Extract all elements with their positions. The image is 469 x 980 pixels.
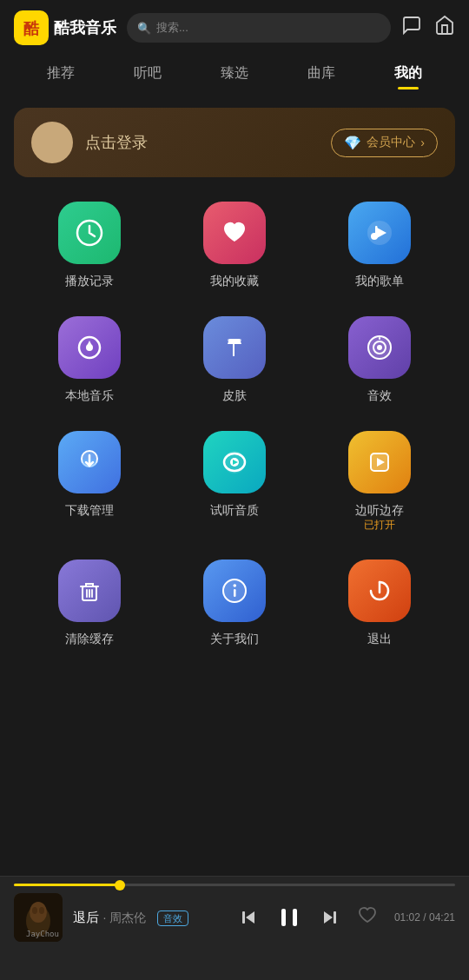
player-main: JayChou 退后 · 周杰伦 音效 [0,886,469,949]
save-while-listen-icon [348,431,411,493]
tab-recommend[interactable]: 推荐 [17,64,104,86]
play-history-label: 播放记录 [65,273,114,288]
app-logo-text: 酷我音乐 [54,17,116,38]
album-art-image: JayChou [14,893,63,942]
message-icon[interactable] [401,15,422,41]
menu-item-download[interactable]: 下载管理 [17,420,162,542]
time-display: 01:02 / 04:21 [394,911,455,924]
vip-arrow: › [420,136,425,149]
svg-rect-5 [375,226,378,236]
sound-effects-icon [348,316,411,379]
menu-item-sound-effects[interactable]: 音效 [307,306,452,414]
svg-rect-25 [234,589,236,597]
menu-item-save-while-listen[interactable]: 边听边存已打开 [307,420,452,542]
song-title: 退后 [73,910,99,924]
svg-point-30 [30,902,47,923]
svg-text:酷: 酷 [23,20,40,37]
progress-track[interactable] [14,884,455,886]
local-music-label: 本地音乐 [65,387,114,403]
svg-point-26 [233,584,236,587]
next-button[interactable] [320,907,340,928]
header: 酷 酷我音乐 🔍 搜索... [0,0,469,56]
tab-library[interactable]: 曲库 [278,64,365,86]
quality-label: 试听音质 [210,502,259,518]
sound-effects-label: 音效 [367,387,392,403]
search-icon: 🔍 [137,22,151,35]
menu-item-play-history[interactable]: 播放记录 [17,191,162,299]
menu-item-local-music[interactable]: 本地音乐 [17,306,162,414]
my-favorites-icon [203,202,266,264]
menu-item-clear-cache[interactable]: 清除缓存 [17,549,162,657]
svg-rect-36 [281,909,286,926]
diamond-icon: 💎 [344,135,361,151]
login-left: 点击登录 [31,122,148,163]
effect-badge[interactable]: 音效 [157,910,188,926]
local-music-icon [58,316,121,379]
vip-center-button[interactable]: 💎 会员中心 › [331,129,438,157]
svg-point-31 [32,907,37,914]
tab-listen[interactable]: 听吧 [104,64,191,86]
save-while-listen-label: 边听边存已打开 [355,502,404,532]
svg-rect-35 [242,911,245,924]
menu-grid: 播放记录 我的收藏 我的歌单 [0,184,469,664]
menu-item-exit[interactable]: 退出 [307,549,452,657]
tab-premium[interactable]: 臻选 [191,64,278,86]
progress-thumb [115,880,125,891]
play-pause-button[interactable] [276,904,302,930]
svg-marker-38 [324,911,333,924]
download-icon [58,431,121,493]
progress-fill [14,884,120,886]
menu-item-my-favorites[interactable]: 我的收藏 [162,191,307,299]
song-artist: 周杰伦 [109,910,146,924]
skin-label: 皮肤 [222,387,247,403]
clear-cache-label: 清除缓存 [65,631,114,646]
app-logo-icon: 酷 [14,10,49,45]
svg-point-32 [39,907,44,914]
login-text: 点击登录 [85,132,148,153]
my-favorites-label: 我的收藏 [210,273,259,288]
menu-item-quality[interactable]: 试听音质 [162,420,307,542]
tab-mine[interactable]: 我的 [365,64,452,86]
exit-icon [348,560,411,622]
prev-button[interactable] [238,907,259,928]
header-icons [401,15,455,41]
search-placeholder: 搜索... [156,20,188,36]
svg-point-7 [86,344,93,351]
exit-label: 退出 [367,631,392,646]
svg-rect-12 [379,337,380,340]
avatar [31,122,73,163]
menu-item-skin[interactable]: 皮肤 [162,306,307,414]
my-playlist-label: 我的歌单 [355,273,404,288]
login-card[interactable]: 点击登录 💎 会员中心 › [14,108,455,177]
svg-marker-34 [246,911,254,924]
play-history-icon [58,202,121,264]
menu-item-my-playlist[interactable]: 我的歌单 [307,191,452,299]
svg-point-11 [377,345,382,350]
nav-tabs: 推荐 听吧 臻选 曲库 我的 [0,56,469,94]
album-art[interactable]: JayChou [14,893,63,942]
quality-icon [203,431,266,493]
search-bar[interactable]: 🔍 搜索... [127,13,391,43]
song-info: 退后 · 周杰伦 音效 [73,910,228,926]
svg-rect-39 [334,911,336,924]
svg-rect-37 [293,909,297,926]
player-controls: 01:02 / 04:21 [238,904,455,930]
menu-item-about[interactable]: 关于我们 [162,549,307,657]
svg-rect-8 [228,339,241,341]
about-icon [203,560,266,622]
like-button[interactable] [358,905,377,930]
my-playlist-icon [348,202,411,264]
skin-icon [203,316,266,379]
clear-cache-icon [58,560,121,622]
logo-area: 酷 酷我音乐 [14,10,116,45]
download-label: 下载管理 [65,502,114,518]
home-icon[interactable] [434,15,455,41]
progress-bar-container[interactable] [0,877,469,886]
bottom-player: JayChou 退后 · 周杰伦 音效 [0,876,469,980]
vip-label: 会员中心 [367,135,415,150]
about-label: 关于我们 [210,631,259,646]
svg-text:JayChou: JayChou [26,930,59,938]
